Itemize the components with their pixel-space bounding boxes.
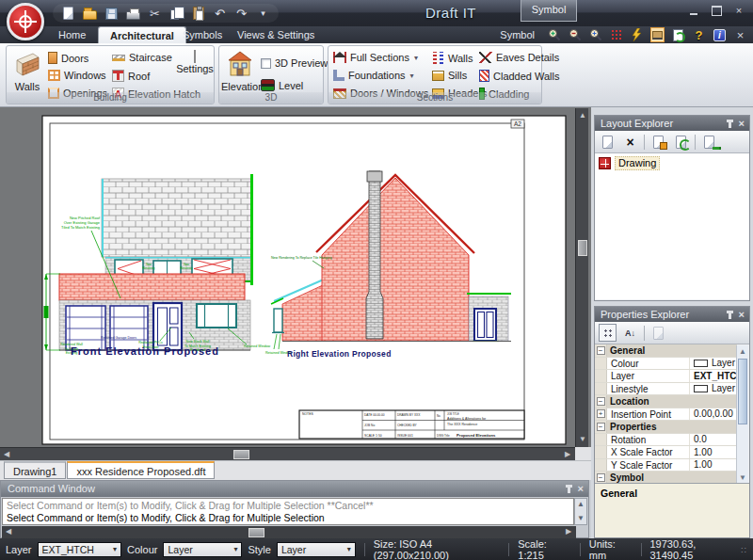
- drawing-sheet[interactable]: A2 New Rendering New Rendering: [0, 108, 591, 447]
- scroll-right-icon[interactable]: ▶: [562, 449, 573, 460]
- collapse-icon[interactable]: −: [597, 397, 605, 406]
- resize-grip[interactable]: ::: [741, 545, 747, 554]
- command-history[interactable]: Select Command or Item(s) to Modify, Cli…: [2, 498, 574, 525]
- group-label-3d: 3D: [219, 92, 323, 104]
- sort-alphabetical-button[interactable]: A↓: [621, 324, 639, 342]
- collapse-icon[interactable]: −: [597, 473, 605, 482]
- property-grid-scrollbar[interactable]: ▲ ▼: [736, 345, 748, 485]
- property-row[interactable]: Layer EXT_HTCH: [595, 370, 737, 383]
- property-row[interactable]: + Insertion Point 0.00,0.00: [595, 408, 737, 422]
- scroll-down-icon[interactable]: ▼: [575, 513, 586, 524]
- snap-toggle-button[interactable]: [630, 28, 644, 42]
- cladded-walls-button[interactable]: Cladded Walls: [479, 70, 560, 82]
- export-symbol-button[interactable]: [671, 28, 685, 42]
- pin-icon[interactable]: [568, 488, 570, 493]
- tab-home[interactable]: Home: [47, 26, 97, 43]
- property-row[interactable]: Linestyle Layer: [595, 383, 737, 396]
- sills-button[interactable]: Sills: [432, 70, 467, 81]
- doors-button[interactable]: Doors: [48, 52, 88, 64]
- undo-button[interactable]: ↶: [212, 6, 228, 22]
- close-button[interactable]: ×: [732, 5, 745, 16]
- pin-icon[interactable]: [729, 313, 731, 319]
- pin-icon[interactable]: [729, 122, 731, 128]
- categorized-view-button[interactable]: [599, 324, 617, 342]
- category-row[interactable]: − Properties: [595, 421, 737, 434]
- foundations-button[interactable]: Foundations▾: [333, 70, 414, 81]
- close-ribbon-button[interactable]: ×: [733, 28, 747, 42]
- tab-symbols[interactable]: Symbols: [171, 26, 233, 43]
- import-layout-button[interactable]: [649, 133, 667, 151]
- zoom-extents-button[interactable]: [588, 28, 602, 42]
- doc-tab-residence[interactable]: xxx Residence Proposed.dft: [67, 461, 215, 479]
- 3d-preview-checkbox[interactable]: 3D Preview: [261, 57, 328, 69]
- context-tab-symbol[interactable]: Symbol: [521, 0, 577, 22]
- update-layout-button[interactable]: [672, 133, 690, 151]
- roof-button[interactable]: Roof: [112, 70, 150, 82]
- staircase-button[interactable]: Staircase: [112, 52, 172, 63]
- collapse-icon[interactable]: −: [597, 423, 605, 431]
- new-layout-button[interactable]: [599, 133, 617, 151]
- layout-tree-item-drawing[interactable]: Drawing: [599, 156, 745, 170]
- property-row[interactable]: Y Scale Factor 1.00: [595, 459, 737, 472]
- category-row[interactable]: − General: [595, 344, 737, 358]
- command-vertical-scrollbar[interactable]: ▲ ▼: [574, 498, 587, 525]
- property-row[interactable]: Rotation 0.0: [595, 434, 737, 447]
- delete-layout-button[interactable]: ×: [621, 133, 639, 151]
- zoom-out-button[interactable]: [568, 28, 582, 42]
- redo-button[interactable]: ↷: [233, 6, 249, 22]
- save-button[interactable]: [104, 6, 120, 22]
- collapse-icon[interactable]: −: [597, 346, 605, 355]
- symbol-edit-button[interactable]: [650, 28, 665, 42]
- scroll-up-icon[interactable]: ▲: [577, 110, 588, 121]
- scroll-up-icon[interactable]: ▲: [575, 499, 586, 510]
- close-panel-icon[interactable]: ×: [578, 484, 584, 494]
- paste-button[interactable]: [190, 6, 206, 22]
- property-pages-button[interactable]: [649, 324, 667, 342]
- zoom-in-button[interactable]: [547, 28, 561, 42]
- expand-icon[interactable]: +: [597, 409, 605, 418]
- application-menu-button[interactable]: [7, 3, 44, 40]
- close-panel-icon[interactable]: ×: [739, 310, 745, 320]
- copy-button[interactable]: [168, 6, 184, 22]
- scroll-left-icon[interactable]: ◀: [3, 526, 14, 537]
- qat-customize-button[interactable]: ▾: [255, 6, 271, 22]
- settings-button[interactable]: Settings: [176, 51, 214, 74]
- maximize-button[interactable]: [710, 5, 723, 16]
- walls-section-button[interactable]: Walls: [432, 52, 473, 64]
- info-button[interactable]: i: [713, 28, 727, 42]
- property-row[interactable]: Colour Layer: [595, 358, 737, 371]
- elevation-button[interactable]: Elevation: [221, 50, 259, 92]
- category-row[interactable]: − Location: [595, 395, 737, 408]
- scroll-down-icon[interactable]: ▼: [577, 434, 588, 445]
- help-button[interactable]: ?: [692, 28, 706, 42]
- canvas-vertical-scrollbar[interactable]: ▲ ▼: [575, 108, 588, 447]
- walls-button[interactable]: Walls: [8, 50, 46, 92]
- minimize-button[interactable]: [687, 5, 700, 16]
- layer-combobox[interactable]: EXT_HTCH ▾: [38, 542, 122, 557]
- scroll-thumb[interactable]: [248, 528, 264, 537]
- cut-button[interactable]: ✂: [147, 6, 163, 22]
- level-button[interactable]: Level: [261, 79, 303, 91]
- colour-combobox[interactable]: Layer ▾: [163, 542, 242, 557]
- close-panel-icon[interactable]: ×: [739, 119, 745, 129]
- add-layout-button[interactable]: [700, 133, 718, 151]
- new-file-button[interactable]: [60, 6, 76, 22]
- scroll-left-icon[interactable]: ◀: [1, 449, 12, 460]
- windows-button[interactable]: Windows: [48, 70, 106, 81]
- scroll-up-icon[interactable]: ▲: [737, 346, 748, 358]
- vertical-scroll-thumb[interactable]: [578, 240, 587, 256]
- tab-views-settings[interactable]: Views & Settings: [226, 26, 326, 43]
- eaves-details-button[interactable]: Eaves Details: [479, 52, 559, 63]
- style-combobox[interactable]: Layer ▾: [277, 542, 356, 557]
- property-row[interactable]: X Scale Factor 1.00: [595, 446, 737, 459]
- open-file-button[interactable]: [82, 6, 98, 22]
- command-horizontal-scrollbar[interactable]: ◀ ▶: [2, 526, 576, 538]
- grid-toggle-button[interactable]: [609, 28, 623, 42]
- canvas-horizontal-scrollbar[interactable]: ◀ ▶: [0, 447, 575, 460]
- doc-tab-drawing1[interactable]: Drawing1: [4, 461, 66, 479]
- print-button[interactable]: [125, 6, 141, 22]
- full-sections-button[interactable]: Full Sections▾: [333, 52, 418, 63]
- scroll-right-icon[interactable]: ▶: [563, 526, 574, 537]
- scroll-thumb[interactable]: [738, 359, 747, 424]
- horizontal-scroll-thumb[interactable]: [233, 450, 249, 459]
